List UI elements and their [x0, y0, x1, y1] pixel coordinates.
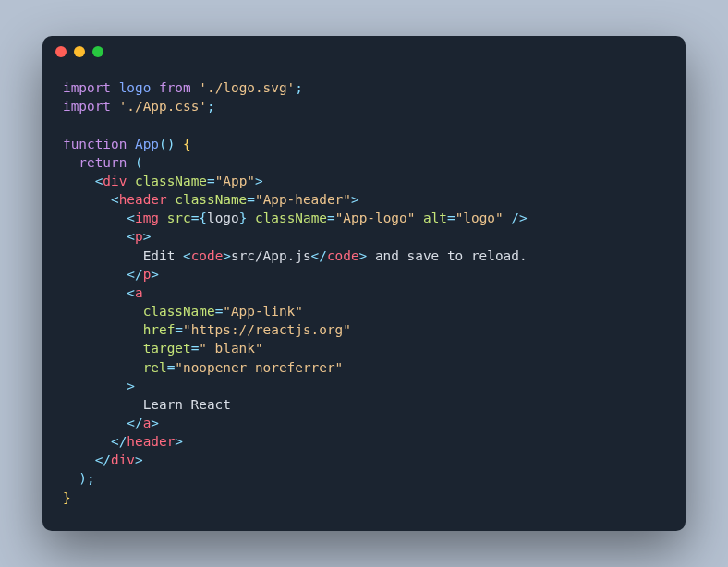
code-token-attr: className	[143, 304, 215, 319]
code-token-attr: src	[167, 211, 191, 225]
code-token-tag: p	[135, 229, 143, 244]
code-token-punc: );	[79, 471, 94, 486]
code-token-punc: =	[175, 322, 183, 337]
code-token-kw: return	[79, 155, 127, 170]
stage: import logo from './logo.svg'; import '.…	[0, 0, 728, 567]
code-token-punc: />	[511, 211, 527, 225]
code-token-str: "App-logo"	[335, 211, 416, 225]
zoom-icon[interactable]	[92, 46, 103, 57]
window-titlebar	[42, 36, 686, 67]
code-area: import logo from './logo.svg'; import '.…	[42, 67, 686, 531]
code-snippet: import logo from './logo.svg'; import '.…	[63, 78, 665, 507]
code-token-punc: </	[311, 248, 327, 263]
code-token-attr: rel	[143, 360, 167, 375]
code-token-def: App	[135, 137, 159, 151]
code-token-tag: div	[111, 452, 135, 467]
code-token-punc: <	[127, 229, 135, 244]
code-token-punc: </	[111, 434, 127, 449]
code-token-attr: href	[143, 322, 176, 337]
code-token-punc: >	[151, 267, 159, 282]
code-token-tag: header	[119, 192, 167, 207]
code-token-punc: (	[135, 155, 143, 170]
code-token-str: './logo.svg'	[199, 80, 295, 95]
code-token-punc: =	[327, 211, 335, 225]
code-token-punc: ;	[295, 80, 303, 95]
code-token-text: Edit	[143, 248, 183, 263]
code-token-punc: =	[207, 174, 215, 188]
minimize-icon[interactable]	[74, 46, 85, 57]
code-token-attr: className	[175, 192, 247, 207]
close-icon[interactable]	[55, 46, 67, 57]
code-token-punc: <	[111, 192, 119, 207]
code-token-attr: target	[143, 341, 191, 356]
code-window: import logo from './logo.svg'; import '.…	[42, 36, 686, 531]
code-token-punc: =	[215, 304, 224, 319]
code-token-punc: ()	[159, 137, 175, 151]
code-token-expr: logo	[207, 211, 239, 225]
code-token-str: './App.css'	[119, 99, 207, 114]
code-token-punc: >	[175, 434, 183, 449]
code-token-punc: >	[151, 416, 159, 430]
code-token-str: "https://reactjs.org"	[183, 322, 351, 337]
code-token-str: "App-link"	[223, 304, 303, 319]
code-token-punc: >	[255, 174, 263, 188]
code-token-str: "App"	[215, 174, 255, 188]
code-token-punc: {	[199, 211, 207, 225]
code-token-punc: <	[127, 211, 135, 225]
code-token-kw: import	[63, 99, 111, 114]
code-token-punc: =	[247, 192, 255, 207]
code-token-str: "App-header"	[255, 192, 351, 207]
code-token-str: "_blank"	[199, 341, 262, 356]
code-token-def: logo	[119, 80, 152, 95]
code-token-attr: alt	[423, 211, 447, 225]
code-token-punc: >	[127, 379, 135, 393]
code-token-punc: >	[351, 192, 359, 207]
code-token-punc: <	[183, 248, 191, 263]
code-token-tag: div	[103, 174, 127, 188]
code-token-punc: <	[127, 285, 135, 300]
code-token-tag: p	[143, 267, 152, 282]
code-token-punc: </	[127, 267, 142, 282]
code-token-tag: a	[143, 416, 152, 430]
code-token-tag: code	[327, 248, 359, 263]
code-token-tag: a	[135, 285, 143, 300]
code-token-text: Learn React	[143, 397, 231, 412]
code-token-attr: className	[135, 174, 207, 188]
code-token-from: from	[159, 80, 191, 95]
code-token-attr: className	[255, 211, 327, 225]
code-token-tag: img	[135, 211, 159, 225]
code-token-punc: }	[239, 211, 248, 225]
code-token-tag: header	[127, 434, 175, 449]
code-token-punc: =	[167, 360, 176, 375]
code-token-text: and save to reload.	[367, 248, 527, 263]
code-token-punc: </	[127, 416, 142, 430]
code-token-brace: }	[63, 490, 71, 505]
code-token-punc: >	[135, 452, 143, 467]
code-token-punc: >	[359, 248, 368, 263]
code-token-kw: import	[63, 80, 111, 95]
code-token-punc: ;	[207, 99, 215, 114]
code-token-punc: </	[95, 452, 111, 467]
code-token-text: src/App.js	[231, 248, 311, 263]
code-token-punc: =	[191, 341, 200, 356]
code-token-brace: {	[183, 137, 191, 151]
code-token-tag: code	[191, 248, 224, 263]
code-token-punc: =	[447, 211, 455, 225]
code-token-punc: >	[223, 248, 231, 263]
code-token-punc: >	[143, 229, 152, 244]
code-token-str: "noopener noreferrer"	[175, 360, 343, 375]
code-token-kw: function	[63, 137, 127, 151]
code-token-str: "logo"	[455, 211, 504, 225]
